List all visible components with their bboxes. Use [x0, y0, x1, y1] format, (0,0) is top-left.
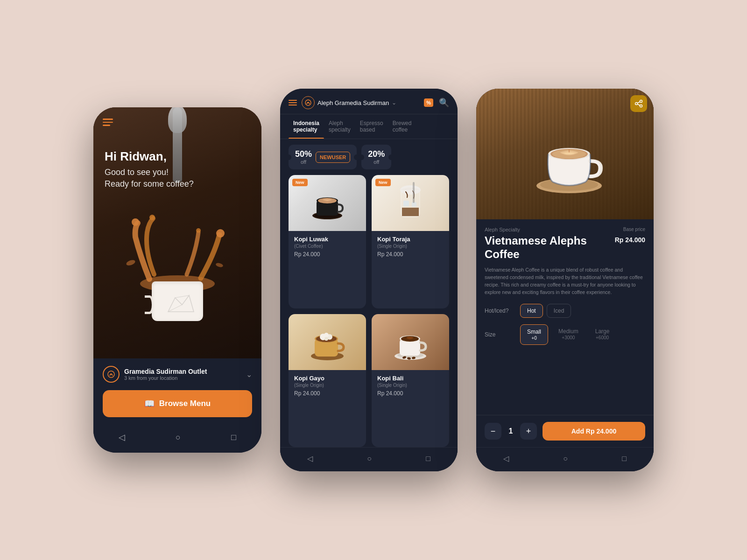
product-title: Vietnamese Alephs Coffee: [485, 234, 610, 261]
aleph-icon: [304, 99, 312, 106]
nav-3-recents-button[interactable]: □: [613, 453, 636, 465]
nav-3-home-button[interactable]: ○: [554, 453, 577, 465]
chip-iced[interactable]: Iced: [547, 304, 571, 318]
svg-point-46: [640, 100, 642, 103]
store-selector[interactable]: Aleph Gramedia Sudirman ⌄: [302, 96, 419, 109]
chip-small[interactable]: Small +0: [520, 324, 548, 345]
h-line-2: [289, 102, 297, 103]
menu-line-3: [103, 125, 110, 126]
greeting-sub: Good to see you!Ready for some coffee?: [105, 167, 194, 190]
new-badge-toraja: New: [375, 179, 391, 186]
gayo-price: Rp 24.000: [294, 390, 360, 397]
quantity-controls: − 1 +: [485, 423, 537, 440]
browse-menu-label: Browse Menu: [159, 399, 211, 408]
luwak-sub: (Civet Coffee): [294, 244, 360, 249]
coupon-20-notch-left: [359, 154, 364, 160]
bali-sub: (Single Origin): [377, 383, 444, 388]
search-icon[interactable]: 🔍: [439, 98, 449, 108]
product-description: Vietnamese Aleph Coffee is a unique blen…: [485, 266, 645, 296]
coffee-mug: [145, 260, 210, 321]
bali-cup-svg: [389, 321, 431, 363]
location-name: Gramedia Sudirman Outlet: [124, 368, 207, 375]
store-dropdown-icon: ⌄: [392, 99, 396, 106]
coupon-50-text: 50% off: [295, 149, 312, 165]
nav-back-button[interactable]: ◁: [111, 429, 133, 445]
svg-rect-23: [402, 208, 419, 216]
gayo-sub: (Single Origin): [294, 383, 360, 388]
qty-plus-button[interactable]: +: [520, 423, 537, 440]
svg-point-4: [196, 228, 201, 233]
size-large-price: +6000: [596, 335, 609, 340]
hot-iced-label: Hot/Iced?: [485, 308, 514, 314]
store-name-label: Aleph Gramedia Sudirman: [317, 99, 389, 106]
share-button[interactable]: [630, 95, 647, 112]
greeting-name: Hi Ridwan,: [105, 149, 194, 164]
phone-2: Aleph Gramedia Sudirman ⌄ % 🔍 Indonesias…: [280, 89, 458, 471]
menu-card-luwak[interactable]: New: [289, 175, 366, 308]
hamburger-menu-icon[interactable]: [103, 119, 113, 126]
phone-1-bottom: Gramedia Sudirman Outlet 3 km from your …: [93, 358, 261, 425]
size-label: Size: [485, 331, 514, 338]
browse-menu-button[interactable]: 📖 Browse Menu: [103, 390, 252, 417]
discount-icon[interactable]: %: [424, 98, 433, 107]
menu-card-toraja[interactable]: New: [372, 175, 449, 308]
plus-icon: +: [526, 427, 531, 436]
chip-large[interactable]: Large +6000: [589, 324, 616, 345]
hamburger-icon[interactable]: [289, 100, 297, 105]
luwak-price: Rp 24.000: [294, 251, 360, 258]
phone-1-nav-bar: ◁ ○ □: [93, 425, 261, 453]
nav-2-back-button[interactable]: ◁: [298, 452, 322, 465]
nav-2-home-button[interactable]: ○: [358, 453, 381, 465]
tab-brewed-coffee[interactable]: Brewedcoffee: [388, 114, 416, 139]
coupon-20[interactable]: 20% off: [361, 145, 391, 169]
gayo-name: Kopi Gayo: [294, 375, 360, 382]
svg-point-2: [149, 215, 155, 220]
size-medium-price: +3000: [562, 335, 575, 340]
header-icons: % 🔍: [424, 98, 449, 108]
phone-2-content: Aleph Gramedia Sudirman ⌄ % 🔍 Indonesias…: [280, 89, 458, 471]
svg-point-48: [640, 105, 642, 107]
gayo-info: Kopi Gayo (Single Origin) Rp 24.000: [289, 370, 366, 401]
luwak-image: New: [289, 175, 366, 231]
toraja-image: New: [372, 175, 449, 231]
coupon-50-off: off: [295, 159, 312, 165]
tab-aleph-specialty[interactable]: Alephspecialty: [324, 114, 355, 139]
chip-medium[interactable]: Medium +3000: [552, 324, 585, 345]
menu-grid: New: [280, 175, 458, 447]
nav-2-recents-button[interactable]: □: [416, 453, 440, 465]
toraja-name: Kopi Toraja: [377, 236, 444, 243]
share-icon: [634, 99, 643, 108]
chip-hot[interactable]: Hot: [520, 304, 543, 318]
category-tabs: Indonesiaspecialty Alephspecialty Espres…: [280, 114, 458, 139]
location-chevron-icon[interactable]: ⌄: [246, 370, 252, 379]
location-info: Gramedia Sudirman Outlet 3 km from your …: [124, 368, 207, 381]
menu-card-bali[interactable]: Kopi Bali (Single Origin) Rp 24.000: [372, 314, 449, 448]
coupons-row: 50% off NEWUSER 20% off: [280, 139, 458, 175]
nav-home-button[interactable]: ○: [168, 429, 188, 445]
coupon-50[interactable]: 50% off NEWUSER: [289, 145, 357, 169]
qty-minus-button[interactable]: −: [485, 423, 501, 440]
size-option-row: Size Small +0 Medium +3000 Large +6000: [485, 324, 645, 345]
svg-point-32: [324, 337, 328, 341]
location-logo-icon: [103, 366, 120, 383]
location-distance: 3 km from your location: [124, 375, 207, 381]
product-category: Aleph Specialty: [485, 227, 520, 232]
tab-indonesia-specialty[interactable]: Indonesiaspecialty: [289, 114, 324, 139]
mug-body: [152, 281, 203, 321]
luwak-cup-svg: [306, 182, 348, 224]
hero-area: Hi Ridwan, Good to see you!Ready for som…: [93, 107, 261, 358]
product-detail-section: Aleph Specialty Base price Vietnamese Al…: [476, 219, 654, 415]
nav-3-back-button[interactable]: ◁: [494, 452, 518, 465]
tab-label-1: Indonesiaspecialty: [293, 120, 319, 133]
store-logo-icon: [302, 96, 315, 109]
h-line-1: [289, 100, 297, 101]
toraja-sub: (Single Origin): [377, 244, 444, 249]
menu-card-gayo[interactable]: Kopi Gayo (Single Origin) Rp 24.000: [289, 314, 366, 448]
nav-recents-button[interactable]: □: [224, 429, 244, 445]
phone-2-header: Aleph Gramedia Sudirman ⌄ % 🔍: [280, 89, 458, 114]
add-to-cart-button[interactable]: Add Rp 24.000: [543, 422, 645, 441]
latte-cup-image: [527, 107, 620, 201]
coupon-20-off: off: [368, 159, 385, 165]
svg-point-6: [215, 262, 224, 268]
tab-espresso-based[interactable]: Espressobased: [355, 114, 388, 139]
